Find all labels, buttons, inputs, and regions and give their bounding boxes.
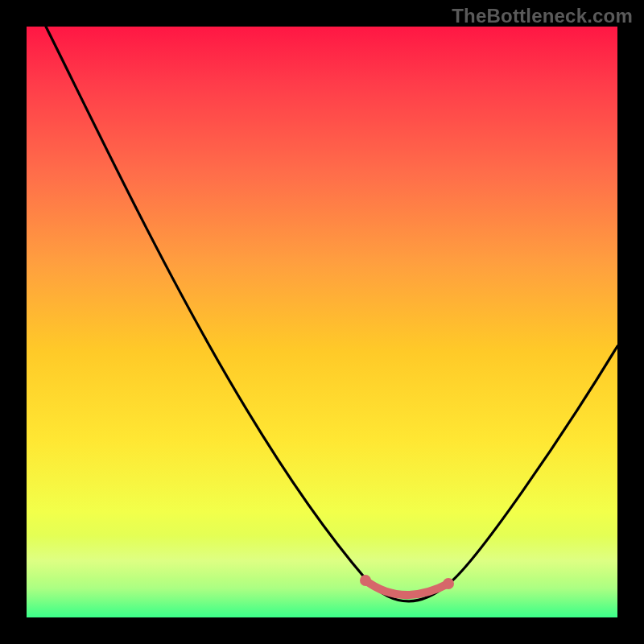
- trough-marker-left: [360, 575, 371, 586]
- plot-area: [27, 27, 617, 617]
- chart-container: TheBottleneck.com: [0, 0, 644, 644]
- plot-band: [27, 535, 617, 608]
- trough-marker-right: [443, 578, 454, 589]
- bottleneck-chart: [0, 0, 644, 644]
- watermark-text: TheBottleneck.com: [452, 5, 633, 27]
